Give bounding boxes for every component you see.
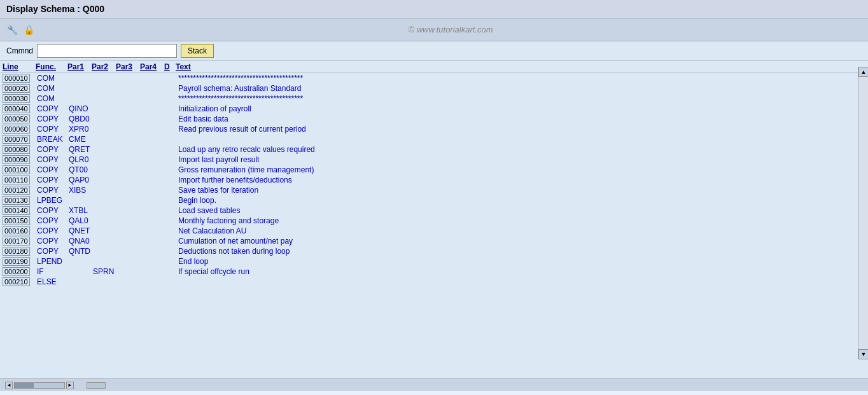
text-cell: Load saved tables	[176, 206, 865, 215]
line-number: 000160	[3, 226, 30, 235]
par2-cell: SPRN	[92, 267, 116, 276]
text-cell: Import further benefits/deductions	[176, 176, 865, 184]
func-cell: COPY	[36, 247, 67, 256]
command-input[interactable]	[37, 44, 177, 58]
table-row[interactable]: 000170COPYQNA0Cumulation of net amount/n…	[0, 236, 868, 246]
func-cell: COPY	[36, 125, 67, 134]
func-cell: COM	[36, 74, 67, 83]
par1-cell: QINO	[67, 104, 92, 113]
table-row[interactable]: 000050COPYQBD0Edit basic data	[0, 114, 868, 124]
header-line: Line	[3, 62, 36, 71]
par1-cell: QNET	[67, 226, 92, 235]
text-cell: Edit basic data	[176, 114, 865, 123]
line-number: 000210	[3, 277, 30, 286]
line-number: 000170	[3, 237, 30, 246]
tool-icon-1[interactable]: 🔧	[6, 24, 18, 36]
table-row[interactable]: 000030COM*******************************…	[0, 94, 868, 104]
header-par2: Par2	[92, 62, 116, 71]
table-row[interactable]: 000140COPYXTBLLoad saved tables	[0, 205, 868, 216]
table-row[interactable]: 000020COMPayroll schema: Australian Stan…	[0, 83, 868, 94]
line-number: 000020	[3, 84, 30, 93]
table-row[interactable]: 000090COPYQLR0Import last payroll result	[0, 155, 868, 165]
line-number: 000050	[3, 114, 30, 123]
func-cell: COM	[36, 94, 67, 103]
table-body: 000010COM*******************************…	[0, 73, 868, 287]
line-number: 000070	[3, 135, 30, 144]
table-row[interactable]: 000080COPYQRETLoad up any retro recalc v…	[0, 144, 868, 155]
func-cell: BREAK	[36, 135, 67, 144]
main-content: Line Func. Par1 Par2 Par3 Par4 D Text 00…	[0, 61, 868, 378]
par1-cell: QNA0	[67, 237, 92, 246]
line-number: 000010	[3, 74, 30, 83]
par1-cell: QNTD	[67, 247, 92, 256]
table-row[interactable]: 000200IFSPRNIf special offcycle run	[0, 267, 868, 277]
scroll-down-arrow[interactable]: ▼	[858, 349, 868, 359]
text-cell: Import last payroll result	[176, 155, 865, 164]
header-d: D	[164, 62, 176, 71]
table-row[interactable]: 000210ELSE	[0, 277, 868, 287]
text-cell: Payroll schema: Australian Standard	[176, 84, 865, 93]
func-cell: COPY	[36, 145, 67, 154]
text-cell: Read previous result of current period	[176, 125, 865, 134]
toolbar: 🔧 🔒 © www.tutorialkart.com	[0, 18, 868, 41]
table-row[interactable]: 000190LPENDEnd loop	[0, 256, 868, 267]
line-number: 000080	[3, 145, 30, 154]
line-number: 000180	[3, 247, 30, 256]
scroll-up-arrow[interactable]: ▲	[858, 67, 868, 77]
table-row[interactable]: 000130LPBEGBegin loop.	[0, 195, 868, 205]
par1-cell: QT00	[67, 165, 92, 174]
scroll-h-thumb	[15, 383, 34, 388]
table-row[interactable]: 000070BREAKCME	[0, 134, 868, 144]
func-cell: COPY	[36, 226, 67, 235]
func-cell: COPY	[36, 104, 67, 113]
scroll-h-track	[14, 382, 65, 389]
page-title: Display Schema : Q000	[6, 4, 104, 14]
text-cell: Load up any retro recalc values required	[176, 145, 865, 154]
func-cell: COPY	[36, 114, 67, 123]
line-number: 000200	[3, 267, 30, 276]
line-number: 000120	[3, 186, 30, 195]
line-number: 000100	[3, 165, 30, 174]
text-cell: End loop	[176, 257, 865, 266]
lock-icon[interactable]: 🔒	[23, 24, 34, 36]
header-text: Text	[176, 62, 865, 71]
text-cell: Begin loop.	[176, 196, 865, 205]
func-cell: COPY	[36, 206, 67, 215]
scroll-left-arrow[interactable]: ◄	[5, 382, 13, 389]
par1-cell: XTBL	[67, 206, 92, 215]
scroll-right-arrow[interactable]: ►	[66, 382, 74, 389]
table-row[interactable]: 000040COPYQINOInitialization of payroll	[0, 104, 868, 114]
func-cell: COPY	[36, 237, 67, 246]
stack-button[interactable]: Stack	[181, 44, 214, 58]
table-row[interactable]: 000110COPYQAP0Import further benefits/de…	[0, 175, 868, 185]
bottom-scroll-2	[87, 382, 106, 389]
table-row[interactable]: 000150COPYQAL0Monthly factoring and stor…	[0, 216, 868, 226]
text-cell: Net Calaculation AU	[176, 226, 865, 235]
horizontal-scroll[interactable]: ◄ ►	[5, 382, 74, 389]
table-row[interactable]: 000180COPYQNTDDeductions not taken durin…	[0, 246, 868, 256]
line-number: 000040	[3, 104, 30, 113]
func-cell: COPY	[36, 216, 67, 225]
func-cell: COPY	[36, 155, 67, 164]
text-cell: Deductions not taken during loop	[176, 247, 865, 256]
line-number: 000140	[3, 206, 30, 215]
header-par1: Par1	[67, 62, 92, 71]
table-row[interactable]: 000010COM*******************************…	[0, 73, 868, 83]
line-number: 000190	[3, 257, 30, 266]
text-cell: Gross remuneration (time management)	[176, 165, 865, 174]
table-row[interactable]: 000060COPYXPR0Read previous result of cu…	[0, 124, 868, 134]
table-row[interactable]: 000100COPYQT00Gross remuneration (time m…	[0, 165, 868, 175]
line-number: 000060	[3, 125, 30, 134]
table-row[interactable]: 000120COPYXIBSSave tables for iteration	[0, 185, 868, 195]
line-number: 000030	[3, 94, 30, 103]
command-label: Cmmnd	[6, 46, 33, 55]
par1-cell: QLR0	[67, 155, 92, 164]
scrollbar-right[interactable]: ▲ ▼	[858, 67, 868, 359]
text-cell: Cumulation of net amount/net pay	[176, 237, 865, 246]
func-cell: COM	[36, 84, 67, 93]
par1-cell: QRET	[67, 145, 92, 154]
command-bar: Cmmnd Stack	[0, 41, 868, 61]
table-row[interactable]: 000160COPYQNETNet Calaculation AU	[0, 226, 868, 236]
text-cell: If special offcycle run	[176, 267, 865, 276]
func-cell: IF	[36, 267, 67, 276]
